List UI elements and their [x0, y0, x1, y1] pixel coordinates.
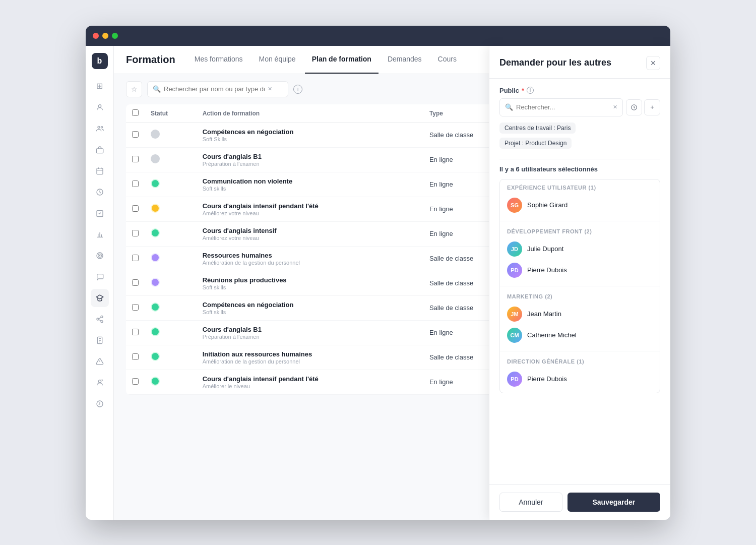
sidebar-item-history[interactable] [91, 395, 109, 413]
avatar: PD [507, 263, 522, 278]
sidebar-item-clock[interactable] [91, 183, 109, 201]
col-action: Action de formation [197, 104, 423, 123]
status-indicator [151, 228, 160, 237]
svg-point-11 [97, 318, 99, 320]
cancel-button[interactable]: Annuler [499, 493, 562, 512]
user-row: PD Pierre Dubois [507, 369, 653, 390]
nav-demandes[interactable]: Demandes [381, 46, 429, 74]
sidebar-item-check[interactable] [91, 204, 109, 222]
search-icon: 🔍 [153, 85, 161, 93]
search-clear-icon[interactable]: ✕ [268, 86, 272, 92]
panel-title: Demander pour les autres [499, 57, 611, 68]
sidebar-item-user-settings[interactable] [91, 374, 109, 392]
svg-rect-3 [96, 149, 103, 153]
user-row: PD Pierre Dubois [507, 260, 653, 281]
row-checkbox-0[interactable] [132, 131, 139, 138]
sidebar-item-person[interactable] [91, 98, 109, 116]
svg-rect-4 [97, 168, 103, 174]
status-indicator [151, 179, 160, 188]
row-checkbox-6[interactable] [132, 279, 139, 286]
add-action-button[interactable]: + [644, 99, 660, 115]
public-search-input[interactable] [516, 103, 610, 111]
team-label: Marketing (2) [507, 293, 653, 299]
search-input[interactable] [164, 85, 265, 93]
field-info-icon[interactable]: i [527, 87, 534, 94]
app-logo: b [92, 53, 108, 69]
training-title: Cours d'anglais B1 [203, 326, 417, 333]
row-checkbox-4[interactable] [132, 230, 139, 236]
minimize-dot[interactable] [102, 33, 108, 39]
sidebar-item-briefcase[interactable] [91, 141, 109, 159]
row-checkbox-2[interactable] [132, 180, 139, 187]
row-checkbox-5[interactable] [132, 255, 139, 261]
sidebar-item-home[interactable]: ⊞ [91, 77, 109, 95]
row-checkbox-9[interactable] [132, 353, 139, 360]
input-action-buttons: + [626, 99, 660, 115]
sidebar-item-graduation[interactable] [91, 289, 109, 307]
close-dot[interactable] [93, 33, 99, 39]
training-title: Compétences en négociation [203, 128, 417, 136]
status-indicator [151, 327, 160, 336]
sidebar-item-report[interactable] [91, 331, 109, 349]
training-title: Cours d'anglais intensif pendant l'été [203, 375, 417, 383]
training-subtitle: Amélioration de la gestion du personnel [203, 358, 417, 365]
user-row: SG Sophie Girard [507, 195, 653, 216]
public-field-label: Public * i [499, 87, 660, 94]
row-checkbox-3[interactable] [132, 205, 139, 212]
svg-point-0 [98, 104, 101, 107]
training-subtitle: Améliorer le niveau [203, 383, 417, 389]
public-search-clear[interactable]: ✕ [613, 104, 617, 110]
team-label: Direction générale (1) [507, 358, 653, 365]
status-indicator [151, 278, 160, 287]
avatar: JM [507, 307, 522, 322]
info-button[interactable]: i [293, 85, 302, 94]
status-indicator [151, 377, 160, 386]
user-name: Julie Dupont [527, 245, 563, 253]
sidebar-item-share[interactable] [91, 310, 109, 328]
status-indicator [151, 352, 160, 361]
nav-mes-formations[interactable]: Mes formations [187, 46, 250, 74]
svg-point-14 [98, 380, 101, 382]
team-section-0: Expérience utilisateur (1) SG Sophie Gir… [500, 179, 660, 219]
sidebar-item-chat[interactable] [91, 268, 109, 286]
row-checkbox-1[interactable] [132, 156, 139, 162]
panel-body: Public * i 🔍 ✕ + [489, 79, 670, 484]
nav-mon-equipe[interactable]: Mon équipe [251, 46, 302, 74]
nav-plan-de-formation[interactable]: Plan de formation [305, 46, 379, 74]
row-checkbox-8[interactable] [132, 329, 139, 335]
search-bar: 🔍 ✕ [147, 81, 288, 97]
save-button[interactable]: Sauvegarder [568, 493, 660, 512]
status-indicator [151, 154, 160, 163]
sidebar-item-alert[interactable] [91, 352, 109, 371]
sidebar-item-team[interactable] [91, 119, 109, 138]
team-label: Développement front (2) [507, 228, 653, 234]
panel-footer: Annuler Sauvegarder [489, 484, 670, 520]
required-indicator: * [522, 87, 524, 94]
training-title: Cours d'anglais B1 [203, 153, 417, 160]
status-indicator [151, 253, 160, 262]
svg-point-10 [101, 316, 103, 318]
sidebar-item-calendar[interactable] [91, 162, 109, 180]
row-checkbox-10[interactable] [132, 378, 139, 385]
filter-chip-project: Projet : Product Design [499, 138, 572, 149]
user-name: Jean Martin [527, 310, 561, 318]
close-panel-button[interactable]: ✕ [646, 56, 660, 70]
training-subtitle: Préparation à l'examen [203, 334, 417, 340]
maximize-dot[interactable] [112, 33, 118, 39]
filter-chip-location: Centres de travail : Paris [499, 123, 576, 134]
status-indicator [151, 302, 160, 312]
favorite-button[interactable]: ☆ [126, 81, 142, 97]
user-name: Pierre Dubois [527, 375, 567, 383]
avatar: JD [507, 241, 522, 257]
sidebar-item-chart[interactable] [91, 225, 109, 244]
row-checkbox-7[interactable] [132, 304, 139, 311]
svg-point-2 [101, 126, 102, 128]
team-divider [500, 351, 660, 351]
nav-cours[interactable]: Cours [431, 46, 464, 74]
status-indicator [151, 204, 160, 213]
clock-action-button[interactable] [626, 99, 642, 115]
team-section-3: Direction générale (1) PD Pierre Dubois [500, 353, 660, 393]
select-all-checkbox[interactable] [132, 109, 139, 116]
sidebar-item-target[interactable] [91, 247, 109, 265]
col-statut: Statut [145, 104, 197, 123]
